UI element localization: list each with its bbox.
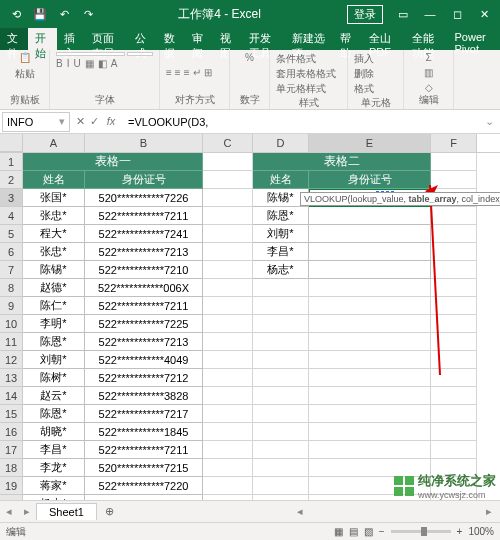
- tab-home[interactable]: 开始: [28, 28, 56, 50]
- cell-C15[interactable]: [203, 405, 253, 423]
- table1-name[interactable]: 陈恩*: [23, 405, 85, 423]
- underline-icon[interactable]: U: [73, 58, 80, 69]
- cell-D16[interactable]: [253, 423, 309, 441]
- cell-C3[interactable]: [203, 189, 253, 207]
- tab-layout[interactable]: 页面布局: [85, 28, 128, 50]
- row-header-11[interactable]: 11: [0, 333, 23, 351]
- row-header-15[interactable]: 15: [0, 405, 23, 423]
- italic-icon[interactable]: I: [67, 58, 70, 69]
- cell-D19[interactable]: [253, 477, 309, 495]
- table1-id[interactable]: 522***********3828: [85, 387, 203, 405]
- row-header-18[interactable]: 18: [0, 459, 23, 477]
- view-break-icon[interactable]: ▧: [364, 526, 373, 537]
- zoom-slider[interactable]: [391, 530, 451, 533]
- hscroll-left-icon[interactable]: ◂: [289, 505, 311, 518]
- cell-F14[interactable]: [431, 387, 477, 405]
- table1-id[interactable]: 522***********4049: [85, 351, 203, 369]
- formula-input[interactable]: =VLOOKUP(D3,: [124, 112, 479, 132]
- insert-cells-button[interactable]: 插入: [354, 52, 374, 66]
- cell-D8[interactable]: [253, 279, 309, 297]
- zoom-in-icon[interactable]: +: [457, 526, 463, 537]
- row-header-10[interactable]: 10: [0, 315, 23, 333]
- col-header-B[interactable]: B: [85, 134, 203, 152]
- table1-id[interactable]: 520***********7215: [85, 459, 203, 477]
- view-normal-icon[interactable]: ▦: [334, 526, 343, 537]
- fill-icon[interactable]: ◧: [98, 58, 107, 69]
- paste-button[interactable]: 📋 粘贴: [6, 52, 43, 93]
- col-header-D[interactable]: D: [253, 134, 309, 152]
- tab-view[interactable]: 视图: [213, 28, 241, 50]
- font-color-icon[interactable]: A: [111, 58, 118, 69]
- row-header-5[interactable]: 5: [0, 225, 23, 243]
- zoom-level[interactable]: 100%: [468, 526, 494, 537]
- table2-name[interactable]: 陈恩*: [253, 207, 309, 225]
- cell-F9[interactable]: [431, 297, 477, 315]
- row-header-4[interactable]: 4: [0, 207, 23, 225]
- tab-new[interactable]: 新建选项...: [285, 28, 334, 50]
- cell-D14[interactable]: [253, 387, 309, 405]
- table2-id[interactable]: [309, 261, 431, 279]
- row-header-8[interactable]: 8: [0, 279, 23, 297]
- table1-name[interactable]: 李昌*: [23, 441, 85, 459]
- align-mid-icon[interactable]: ≡: [175, 67, 181, 78]
- maximize-icon[interactable]: ◻: [445, 4, 469, 24]
- align-top-icon[interactable]: ≡: [166, 67, 172, 78]
- table1-id[interactable]: 522***********7210: [85, 261, 203, 279]
- cell-F7[interactable]: [431, 261, 477, 279]
- row-header-9[interactable]: 9: [0, 297, 23, 315]
- ribbon-options-icon[interactable]: ▭: [391, 4, 415, 24]
- cell-E17[interactable]: [309, 441, 431, 459]
- table2-id[interactable]: [309, 207, 431, 225]
- cond-format-button[interactable]: 条件格式: [276, 52, 316, 66]
- chevron-down-icon[interactable]: ▾: [59, 115, 65, 128]
- table2-name[interactable]: 刘朝*: [253, 225, 309, 243]
- tab-pdf[interactable]: 全山PDF: [362, 28, 405, 50]
- table1-name[interactable]: 陈仁*: [23, 297, 85, 315]
- cell-C10[interactable]: [203, 315, 253, 333]
- cell-F6[interactable]: [431, 243, 477, 261]
- fill-down-icon[interactable]: ▥: [424, 67, 433, 78]
- cell-E13[interactable]: [309, 369, 431, 387]
- undo-icon[interactable]: ↶: [52, 4, 76, 24]
- cell-F4[interactable]: [431, 207, 477, 225]
- row-header-16[interactable]: 16: [0, 423, 23, 441]
- table1-name[interactable]: 张忠*: [23, 207, 85, 225]
- tab-pivot[interactable]: Power Pivot: [448, 28, 500, 50]
- table1-id[interactable]: 522***********7217: [85, 405, 203, 423]
- cell-F1[interactable]: [431, 153, 477, 171]
- table1-id[interactable]: 522***********7212: [85, 369, 203, 387]
- cell-F16[interactable]: [431, 423, 477, 441]
- table1-id[interactable]: 522***********7241: [85, 225, 203, 243]
- sheet-tab-1[interactable]: Sheet1: [36, 503, 97, 520]
- table1-name[interactable]: 陈树*: [23, 369, 85, 387]
- table1-id[interactable]: 522***********7211: [85, 297, 203, 315]
- cell-E14[interactable]: [309, 387, 431, 405]
- table1-id[interactable]: 522***********006X: [85, 279, 203, 297]
- table1-id[interactable]: 522***********7213: [85, 333, 203, 351]
- cell-D13[interactable]: [253, 369, 309, 387]
- cell-C4[interactable]: [203, 207, 253, 225]
- col-header-E[interactable]: E: [309, 134, 431, 152]
- table1-name[interactable]: 李明*: [23, 315, 85, 333]
- table1-name[interactable]: 胡晓*: [23, 423, 85, 441]
- format-cells-button[interactable]: 格式: [354, 82, 374, 96]
- cancel-formula-icon[interactable]: ✕: [76, 115, 85, 128]
- tab-full[interactable]: 全能功能: [405, 28, 448, 50]
- table1-id[interactable]: 522***********7225: [85, 315, 203, 333]
- redo-icon[interactable]: ↷: [76, 4, 100, 24]
- cell-C1[interactable]: [203, 153, 253, 171]
- table1-id[interactable]: 522***********7213: [85, 243, 203, 261]
- add-sheet-button[interactable]: ⊕: [97, 505, 122, 518]
- cell-F8[interactable]: [431, 279, 477, 297]
- tab-file[interactable]: 文件: [0, 28, 28, 50]
- cell-D18[interactable]: [253, 459, 309, 477]
- tab-review[interactable]: 审阅: [185, 28, 213, 50]
- table1-name[interactable]: 陈锡*: [23, 261, 85, 279]
- font-face-select[interactable]: [56, 52, 125, 56]
- minimize-icon[interactable]: —: [418, 4, 442, 24]
- close-icon[interactable]: ✕: [472, 4, 496, 24]
- clear-icon[interactable]: ◇: [425, 82, 433, 93]
- cell-C2[interactable]: [203, 171, 253, 189]
- name-box[interactable]: INFO ▾: [2, 112, 70, 132]
- cell-E16[interactable]: [309, 423, 431, 441]
